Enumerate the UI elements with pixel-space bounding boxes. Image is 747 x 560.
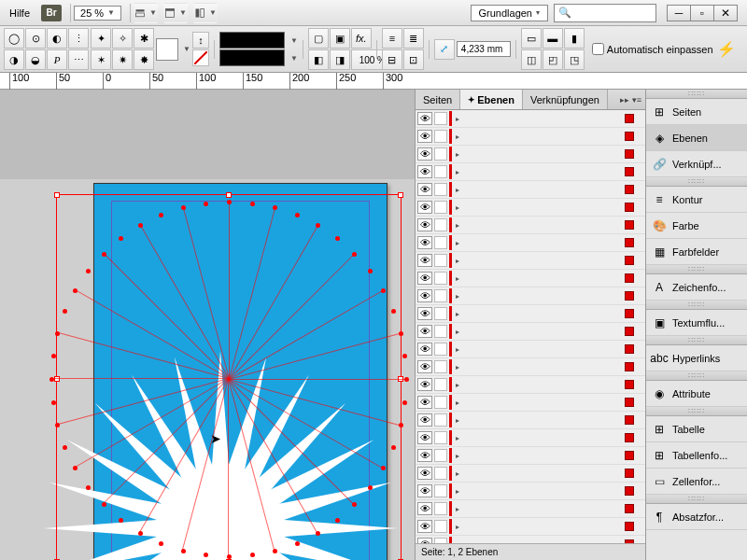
- panel-button-absatzfor[interactable]: ¶Absatzfor...: [646, 504, 747, 530]
- tool-button[interactable]: ✦: [91, 28, 111, 49]
- layer-row[interactable]: 👁▸: [416, 447, 645, 465]
- visibility-toggle[interactable]: 👁: [417, 147, 432, 161]
- maximize-button[interactable]: ▫: [690, 5, 714, 21]
- visibility-toggle[interactable]: 👁: [417, 272, 432, 285]
- visibility-toggle[interactable]: 👁: [417, 218, 432, 231]
- lock-toggle[interactable]: [434, 360, 447, 373]
- visibility-toggle[interactable]: 👁: [417, 112, 432, 125]
- tool-button[interactable]: ⊙: [25, 28, 46, 49]
- visibility-toggle[interactable]: 👁: [417, 254, 432, 267]
- panel-button-attribute[interactable]: ◉Attribute: [646, 381, 747, 407]
- lock-toggle[interactable]: [434, 325, 447, 338]
- fill-swatch[interactable]: [156, 38, 178, 61]
- fit-button[interactable]: ▮: [564, 28, 585, 49]
- lock-toggle[interactable]: [434, 467, 447, 480]
- layer-row[interactable]: 👁▸: [416, 287, 645, 305]
- visibility-toggle[interactable]: 👁: [417, 183, 432, 196]
- layer-row[interactable]: 👁▸: [416, 412, 645, 429]
- visibility-toggle[interactable]: 👁: [417, 236, 432, 249]
- layer-row[interactable]: 👁▸: [416, 270, 645, 287]
- panel-button-zellenfor[interactable]: ▭Zellenfor...: [646, 469, 747, 495]
- arrange-button[interactable]: ▼: [193, 3, 218, 23]
- tool-button[interactable]: ◨: [330, 49, 350, 70]
- workspace-dropdown[interactable]: Grundlagen▾: [471, 5, 549, 21]
- panel-button-tabelle[interactable]: ⊞Tabelle: [646, 416, 747, 442]
- bolt-icon[interactable]: ⚡: [717, 40, 743, 58]
- layer-row[interactable]: 👁▸: [416, 429, 645, 447]
- tool-button[interactable]: ◒: [25, 49, 46, 70]
- layer-row[interactable]: 👁▸: [416, 181, 645, 199]
- tool-button[interactable]: ◑: [4, 49, 24, 70]
- layer-row[interactable]: 👁▸: [416, 358, 645, 376]
- layer-row[interactable]: 👁▸: [416, 376, 645, 394]
- swap-button[interactable]: ↕: [192, 32, 209, 49]
- noop-button[interactable]: [192, 49, 209, 66]
- tool-button[interactable]: ✷: [112, 49, 133, 70]
- fit-button[interactable]: ◳: [564, 49, 585, 70]
- layer-row[interactable]: 👁▸: [416, 465, 645, 483]
- tool-button[interactable]: ◧: [308, 49, 329, 70]
- panel-button-ebenen[interactable]: ◈Ebenen: [646, 125, 747, 151]
- visibility-toggle[interactable]: 👁: [417, 467, 432, 480]
- zoom-dropdown[interactable]: 25 %▼: [74, 6, 121, 21]
- autofit-checkbox[interactable]: Automatisch einpassen: [592, 43, 713, 55]
- view-mode-button-1[interactable]: ▼: [134, 3, 158, 23]
- tool-button[interactable]: ⋯: [68, 49, 89, 70]
- tool-button[interactable]: ◯: [4, 28, 24, 49]
- tool-button[interactable]: ⋮: [68, 28, 89, 49]
- lock-toggle[interactable]: [434, 147, 447, 161]
- lock-toggle[interactable]: [434, 307, 447, 320]
- panel-button-farbe[interactable]: 🎨Farbe: [646, 213, 747, 239]
- visibility-toggle[interactable]: 👁: [417, 201, 432, 214]
- tool-button[interactable]: ◐: [47, 28, 67, 49]
- fit-button[interactable]: ▬: [543, 28, 563, 49]
- stroke-swatch[interactable]: [219, 32, 285, 49]
- lock-toggle[interactable]: [434, 165, 447, 178]
- lock-toggle[interactable]: [434, 484, 447, 497]
- fit-button[interactable]: ▭: [521, 28, 542, 49]
- layer-row[interactable]: 👁▸: [416, 305, 645, 323]
- layer-row[interactable]: 👁▸: [416, 323, 645, 341]
- layer-row[interactable]: 👁▸: [416, 483, 645, 500]
- visibility-toggle[interactable]: 👁: [417, 343, 432, 356]
- layer-row[interactable]: 👁▸: [416, 518, 645, 536]
- layer-list[interactable]: 👁▸👁▸👁▸👁▸👁▸👁▸👁▸👁▸👁▸👁▸👁▸👁▸👁▸👁▸👁▸👁▸👁▸👁▸👁▸👁▸…: [416, 110, 645, 543]
- layer-row[interactable]: 👁▸: [416, 199, 645, 217]
- tab-ebenen[interactable]: ✦Ebenen: [460, 90, 523, 109]
- tool-button[interactable]: ✸: [134, 49, 154, 70]
- lock-toggle[interactable]: [434, 449, 447, 462]
- visibility-toggle[interactable]: 👁: [417, 307, 432, 320]
- lock-toggle[interactable]: [434, 183, 447, 196]
- panel-button-kontur[interactable]: ≡Kontur: [646, 187, 747, 213]
- minimize-button[interactable]: ─: [667, 5, 691, 21]
- panel-button-zeichenfo[interactable]: AZeichenfo...: [646, 274, 747, 301]
- lock-toggle[interactable]: [434, 343, 447, 356]
- visibility-toggle[interactable]: 👁: [417, 502, 432, 515]
- view-mode-button-2[interactable]: ▼: [163, 3, 188, 23]
- layer-row[interactable]: 👁▸: [416, 536, 645, 543]
- layer-row[interactable]: 👁▸: [416, 234, 645, 252]
- visibility-toggle[interactable]: 👁: [417, 360, 432, 373]
- layer-row[interactable]: 👁▸: [416, 163, 645, 181]
- align-button[interactable]: ≣: [403, 28, 424, 49]
- visibility-toggle[interactable]: 👁: [417, 378, 432, 391]
- tab-verknupfungen[interactable]: Verknüpfungen: [523, 90, 608, 109]
- visibility-toggle[interactable]: 👁: [417, 520, 432, 533]
- visibility-toggle[interactable]: 👁: [417, 325, 432, 338]
- close-button[interactable]: ✕: [713, 5, 738, 21]
- search-input[interactable]: 🔍: [554, 4, 656, 22]
- lock-toggle[interactable]: [434, 502, 447, 515]
- lock-toggle[interactable]: [434, 201, 447, 214]
- tool-button[interactable]: P: [47, 49, 67, 70]
- lock-toggle[interactable]: [434, 431, 447, 444]
- panel-button-textumflu[interactable]: ▣Textumflu...: [646, 310, 747, 336]
- layer-row[interactable]: 👁▸: [416, 394, 645, 412]
- measure-input[interactable]: [457, 41, 511, 57]
- layer-row[interactable]: 👁▸: [416, 341, 645, 358]
- panel-button-hyperlinks[interactable]: abcHyperlinks: [646, 345, 747, 371]
- lock-toggle[interactable]: [434, 378, 447, 391]
- layer-row[interactable]: 👁▸: [416, 110, 645, 128]
- lock-toggle[interactable]: [434, 520, 447, 533]
- visibility-toggle[interactable]: 👁: [417, 413, 432, 427]
- lock-toggle[interactable]: [434, 130, 447, 143]
